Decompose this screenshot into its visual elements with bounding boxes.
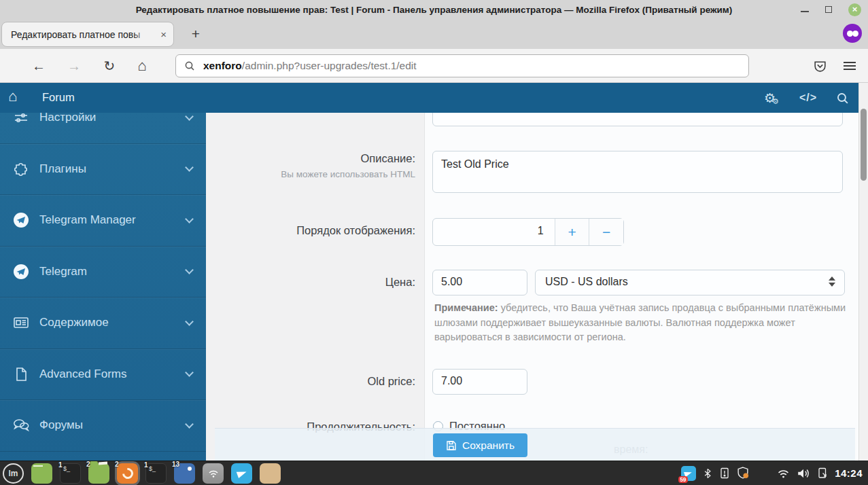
decrement-button[interactable]: − <box>589 219 623 245</box>
wifi-status-icon[interactable] <box>777 468 790 479</box>
firefox-button[interactable]: 2 <box>117 463 138 484</box>
admin-settings-icon[interactable]: ⚙⚙ <box>764 83 779 113</box>
home-button[interactable]: ⌂ <box>131 49 154 83</box>
sidebar-item-label: Настройки <box>39 113 96 124</box>
taskbar: lm 1$_ 2 2 1$_ 13 59 14:24 <box>0 461 868 485</box>
new-tab-button[interactable]: + <box>188 26 204 43</box>
mint-menu-button[interactable]: lm <box>3 463 24 484</box>
payment-note: Примечание: убедитесь, что Ваша учётная … <box>434 301 850 345</box>
url-text: xenforo/admin.php?user-upgrades/test.1/e… <box>203 60 417 72</box>
telegram-unread-badge: 59 <box>678 476 687 483</box>
firefox-icon <box>120 465 135 481</box>
currency-select[interactable]: USD - US dollars <box>535 270 845 295</box>
sidebar-item-label: Содержимое <box>39 316 109 329</box>
select-arrows-icon <box>829 276 835 287</box>
chat-bubbles-icon <box>12 416 30 434</box>
price-input[interactable]: 5.00 <box>432 270 527 295</box>
display-order-label: Порядок отображения: <box>206 224 425 237</box>
telegram-icon <box>236 468 247 478</box>
chevron-down-icon <box>185 113 194 121</box>
window-count-badge: 1 <box>144 461 148 469</box>
note-prefix: Примечание: <box>434 302 498 313</box>
back-button[interactable]: ← <box>27 49 50 83</box>
sidebar-item-telegram[interactable]: Telegram <box>0 247 206 298</box>
clipped-top-input[interactable] <box>432 113 843 126</box>
chevron-down-icon <box>185 163 194 172</box>
close-button[interactable]: × <box>848 3 861 16</box>
browser-toolbar: ← → ↻ ⌂ xenforo/admin.php?user-upgrades/… <box>0 49 868 83</box>
admin-brand[interactable]: Forum <box>42 91 75 104</box>
network-app-button[interactable] <box>203 463 224 484</box>
sidebar-menu: Настройки Плагины Telegram Manager Teleg… <box>0 113 206 452</box>
terminal-glyph: $_ <box>63 465 70 472</box>
admin-home-icon[interactable]: ⌂ <box>8 88 17 105</box>
tab-close-icon[interactable]: × <box>160 29 167 39</box>
telegram-icon <box>12 211 30 229</box>
clock[interactable]: 14:24 <box>835 467 863 479</box>
sidebar-item-forums[interactable]: Форумы <box>0 400 206 452</box>
restore-button[interactable] <box>825 6 832 13</box>
page-scrollbar[interactable] <box>858 83 868 461</box>
sliders-icon <box>12 113 30 126</box>
window-titlebar: Редактировать платное повышение прав: Te… <box>0 0 868 19</box>
gear-small-icon: ⚙ <box>772 97 779 106</box>
browser-tab[interactable]: Редактировать платное повы × <box>1 22 174 47</box>
sidebar-item-plugins[interactable]: Плагины <box>0 144 206 196</box>
terminal-button[interactable]: 1$_ <box>60 463 81 484</box>
keyboard-layout-flag-icon[interactable] <box>756 469 770 478</box>
minimize-button[interactable] <box>801 11 809 13</box>
app-window-button[interactable] <box>31 463 52 484</box>
sidebar-item-label: Telegram <box>39 265 87 279</box>
file-icon <box>12 365 30 383</box>
reload-button[interactable]: ↻ <box>98 49 121 83</box>
save-button-label: Сохранить <box>462 439 515 452</box>
url-bar[interactable]: xenforo/admin.php?user-upgrades/test.1/e… <box>175 54 749 77</box>
window-controls: × <box>801 0 861 19</box>
search-icon <box>184 60 195 71</box>
telegram-icon <box>12 263 30 281</box>
increment-button[interactable]: + <box>555 219 589 245</box>
sidebar-item-label: Advanced Forms <box>39 367 127 381</box>
clipboard-icon[interactable] <box>719 467 730 480</box>
terminal-glyph: $_ <box>149 465 156 472</box>
old-price-input[interactable]: 7.00 <box>432 369 527 395</box>
pocket-icon[interactable] <box>813 59 827 73</box>
save-bar: Сохранить <box>215 428 855 461</box>
description-textarea[interactable]: Test Old Price <box>432 151 843 193</box>
chevron-down-icon <box>185 368 194 377</box>
display-order-input[interactable]: 1 <box>433 219 555 245</box>
admin-code-icon[interactable]: </> <box>799 83 817 113</box>
bluetooth-icon[interactable] <box>703 467 712 480</box>
save-button[interactable]: Сохранить <box>433 433 527 457</box>
terminal-button[interactable]: 1$_ <box>145 463 167 484</box>
window-title: Редактировать платное повышение прав: Te… <box>136 5 733 15</box>
window-count-badge: 13 <box>172 461 179 468</box>
url-domain: xenforo <box>203 60 242 71</box>
scrollbar-thumb[interactable] <box>861 109 867 181</box>
files-app-button[interactable] <box>260 463 281 484</box>
file-manager-button[interactable]: 2 <box>88 463 109 484</box>
menu-icon[interactable] <box>844 62 856 70</box>
telegram-app-button[interactable] <box>231 463 252 484</box>
sidebar-item-telegram-manager[interactable]: Telegram Manager <box>0 195 206 247</box>
sidebar-item-label: Форумы <box>39 418 83 432</box>
mail-app-button[interactable]: 13 <box>174 463 195 484</box>
window-count-badge: 2 <box>115 461 119 468</box>
tab-title: Редактировать платное повы <box>11 29 150 40</box>
sidebar-item-advanced-forms[interactable]: Advanced Forms <box>0 349 206 401</box>
admin-sidebar: Настройки Плагины Telegram Manager Teleg… <box>0 113 206 461</box>
window-count-badge: 1 <box>58 461 63 469</box>
chevron-down-icon <box>185 215 194 223</box>
power-manager-icon[interactable] <box>817 467 828 480</box>
toolbar-right <box>813 49 868 83</box>
sidebar-item-content[interactable]: Содержимое <box>0 298 206 349</box>
sidebar-item-settings[interactable]: Настройки <box>0 113 206 144</box>
sidebar-item-label: Telegram Manager <box>39 213 136 227</box>
telegram-tray-icon[interactable]: 59 <box>681 466 696 481</box>
forward-button[interactable]: → <box>63 49 86 83</box>
admin-search-icon[interactable] <box>836 83 849 113</box>
volume-icon[interactable] <box>797 467 810 480</box>
description-hint: Вы можете использовать HTML <box>206 169 425 179</box>
chevron-down-icon <box>185 420 194 429</box>
shield-update-icon[interactable] <box>737 467 749 480</box>
